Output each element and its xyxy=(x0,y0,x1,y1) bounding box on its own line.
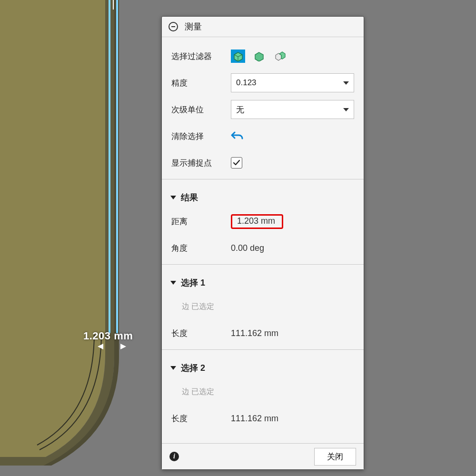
clear-selection-row: 清除选择 xyxy=(162,123,364,149)
panel-footer: i 关闭 xyxy=(162,443,364,469)
precision-label: 精度 xyxy=(171,78,231,89)
distance-row: 距离 1.203 mm xyxy=(162,208,364,235)
selection1-status-row: 边 已选定 xyxy=(162,293,364,320)
distance-highlight: 1.203 mm xyxy=(231,214,283,229)
subunit-value: 无 xyxy=(236,104,244,115)
results-header[interactable]: 结果 xyxy=(162,185,364,208)
snap-label: 显示捕捉点 xyxy=(171,158,231,169)
angle-value: 0.00 deg xyxy=(231,243,264,253)
selection1-header-label: 选择 1 xyxy=(181,277,205,288)
selection2-header-label: 选择 2 xyxy=(181,362,205,374)
panel-header: 测量 xyxy=(162,17,364,37)
chevron-down-icon xyxy=(170,281,176,285)
filter-components-icon[interactable] xyxy=(273,50,287,63)
selection1-status: 边 已选定 xyxy=(171,302,214,312)
results-section: 结果 距离 1.203 mm 角度 0.00 deg xyxy=(162,179,364,265)
subunit-row: 次级单位 无 xyxy=(162,96,364,123)
precision-row: 精度 0.123 xyxy=(162,69,364,96)
chevron-down-icon xyxy=(170,196,176,199)
angle-label: 角度 xyxy=(171,243,231,254)
dimension-arrows-icon xyxy=(98,343,126,350)
chevron-down-icon xyxy=(343,81,349,85)
distance-value: 1.203 mm xyxy=(237,216,275,226)
selection2-length-label: 长度 xyxy=(171,413,231,424)
filter-bodies-icon[interactable] xyxy=(252,50,266,63)
collapse-icon[interactable] xyxy=(169,22,178,31)
selection1-header[interactable]: 选择 1 xyxy=(162,270,364,293)
panel-title: 测量 xyxy=(185,21,202,32)
clear-selection-label: 清除选择 xyxy=(171,131,231,142)
settings-section: 选择过滤器 精度 0.123 xyxy=(162,37,364,179)
selection1-section: 选择 1 边 已选定 长度 111.162 mm xyxy=(162,265,364,350)
distance-label: 距离 xyxy=(171,216,231,227)
selection2-status-row: 边 已选定 xyxy=(162,378,364,405)
selection-filter-label: 选择过滤器 xyxy=(171,51,231,62)
filter-icon-group xyxy=(231,50,287,63)
canvas-dimension-label: 1.203 mm xyxy=(83,330,133,342)
model-view xyxy=(0,0,128,466)
filter-faces-icon[interactable] xyxy=(231,50,245,63)
precision-select[interactable]: 0.123 xyxy=(231,73,354,92)
selection1-length-label: 长度 xyxy=(171,328,231,339)
measure-panel: 测量 选择过滤器 精度 xyxy=(161,16,364,470)
results-header-label: 结果 xyxy=(181,192,198,203)
chevron-down-icon xyxy=(343,108,349,111)
snap-row: 显示捕捉点 xyxy=(162,149,364,176)
svg-marker-3 xyxy=(98,344,103,349)
selection2-length-value: 111.162 mm xyxy=(231,414,278,424)
close-button[interactable]: 关闭 xyxy=(314,448,356,466)
selection2-section: 选择 2 边 已选定 长度 111.162 mm xyxy=(162,350,364,435)
precision-value: 0.123 xyxy=(236,78,257,88)
chevron-down-icon xyxy=(170,366,176,370)
info-icon[interactable]: i xyxy=(169,452,179,461)
selection1-length-value: 111.162 mm xyxy=(231,328,278,338)
snap-checkbox[interactable] xyxy=(231,157,242,169)
svg-marker-4 xyxy=(120,344,126,349)
angle-row: 角度 0.00 deg xyxy=(162,235,364,261)
clear-selection-button[interactable] xyxy=(231,130,244,143)
subunit-label: 次级单位 xyxy=(171,104,231,115)
selection2-length-row: 长度 111.162 mm xyxy=(162,405,364,432)
selection2-status: 边 已选定 xyxy=(171,387,214,397)
selection-filter-row: 选择过滤器 xyxy=(162,43,364,69)
subunit-select[interactable]: 无 xyxy=(231,100,354,119)
selection2-header[interactable]: 选择 2 xyxy=(162,356,364,378)
cad-viewport[interactable]: 1.203 mm 测量 选择过滤器 xyxy=(0,0,476,476)
selection1-length-row: 长度 111.162 mm xyxy=(162,320,364,347)
